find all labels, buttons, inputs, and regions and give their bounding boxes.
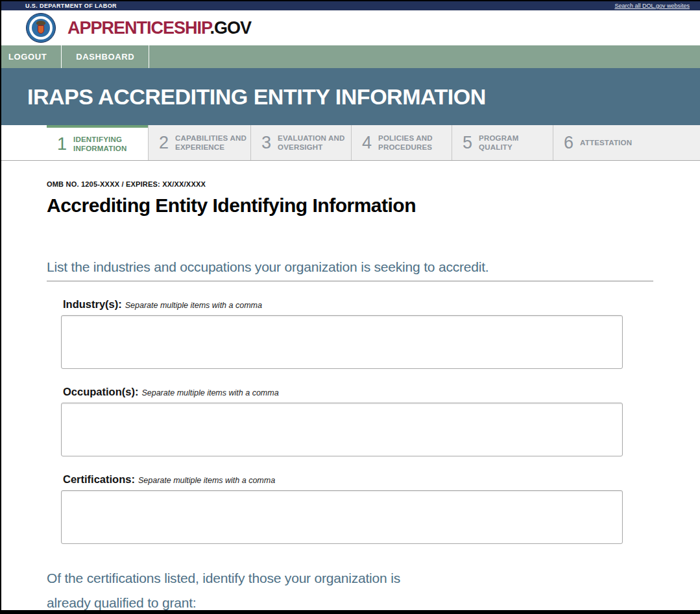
step-label: POLICIES AND PROCEDURES bbox=[378, 134, 442, 152]
dashboard-button[interactable]: DASHBOARD bbox=[62, 45, 149, 68]
logout-button[interactable]: LOGOUT bbox=[1, 45, 62, 68]
logo-band: APPRENTICESHIP.GOV bbox=[1, 10, 700, 45]
section-heading: List the industries and occupations your… bbox=[47, 259, 653, 275]
utility-nav: LOGOUT DASHBOARD bbox=[1, 45, 700, 68]
form-content: OMB NO. 1205-XXXX / EXPIRES: XX/XX/XXXX … bbox=[1, 161, 653, 614]
wordmark-primary: APPRENTICESHIP bbox=[67, 18, 210, 38]
step-number: 5 bbox=[463, 133, 472, 153]
step-label: PROGRAM QUALITY bbox=[479, 134, 525, 152]
occupation-input[interactable] bbox=[61, 403, 623, 456]
industry-field-group: Industry(s):Separate multiple items with… bbox=[61, 298, 653, 369]
step-tabs-spacer bbox=[1, 125, 47, 160]
page-header: IRAPS ACCREDITING ENTITY INFORMATION bbox=[1, 68, 700, 125]
certifications-field-group: Certifications:Separate multiple items w… bbox=[61, 473, 653, 544]
tab-capabilities-experience[interactable]: 2 CAPABILITIES AND EXPERIENCE bbox=[148, 125, 250, 160]
step-label: EVALUATION AND OVERSIGHT bbox=[278, 134, 350, 152]
tab-evaluation-oversight[interactable]: 3 EVALUATION AND OVERSIGHT bbox=[250, 125, 351, 160]
step-number: 6 bbox=[564, 133, 573, 153]
tab-policies-procedures[interactable]: 4 POLICIES AND PROCEDURES bbox=[351, 125, 452, 160]
step-number: 1 bbox=[57, 134, 67, 154]
step-tabs: 1 IDENTIFYING INFORMATION 2 CAPABILITIES… bbox=[1, 125, 700, 161]
step-label: ATTESTATION bbox=[580, 138, 632, 147]
tab-identifying-information[interactable]: 1 IDENTIFYING INFORMATION bbox=[47, 125, 148, 160]
step-number: 2 bbox=[159, 133, 169, 153]
occupation-hint: Separate multiple items with a comma bbox=[141, 388, 278, 397]
occupation-label: Occupation(s): bbox=[63, 386, 138, 397]
search-dol-link[interactable]: Search all DOL.gov websites bbox=[614, 3, 690, 9]
omb-number: OMB NO. 1205-XXXX / EXPIRES: XX/XX/XXXX bbox=[47, 180, 653, 188]
agency-name: U.S. DEPARTMENT OF LABOR bbox=[25, 3, 117, 9]
tab-attestation[interactable]: 6 ATTESTATION bbox=[553, 125, 700, 160]
step-number: 4 bbox=[362, 133, 372, 153]
industry-label: Industry(s): bbox=[63, 298, 122, 310]
certifications-label: Certifications: bbox=[63, 473, 135, 485]
tab-program-quality[interactable]: 5 PROGRAM QUALITY bbox=[452, 125, 553, 160]
shield-icon bbox=[38, 25, 44, 34]
wordmark-suffix: .GOV bbox=[210, 18, 252, 38]
form-title: Accrediting Entity Identifying Informati… bbox=[47, 195, 653, 217]
step-label: IDENTIFYING INFORMATION bbox=[73, 135, 135, 154]
industry-input[interactable] bbox=[61, 315, 623, 369]
occupation-field-group: Occupation(s):Separate multiple items wi… bbox=[61, 386, 653, 456]
dol-seal-icon bbox=[26, 13, 56, 43]
apprenticeship-gov-logo[interactable]: APPRENTICESHIP.GOV bbox=[67, 18, 251, 38]
certifications-input[interactable] bbox=[61, 490, 623, 544]
step-label: CAPABILITIES AND EXPERIENCE bbox=[175, 134, 250, 152]
followup-heading: Of the certifications listed, identify t… bbox=[47, 566, 436, 614]
eagle-icon bbox=[36, 21, 45, 25]
page-title: IRAPS ACCREDITING ENTITY INFORMATION bbox=[27, 84, 486, 110]
page: U.S. DEPARTMENT OF LABOR Search all DOL.… bbox=[0, 0, 700, 614]
section-divider bbox=[47, 281, 653, 281]
step-number: 3 bbox=[261, 133, 271, 153]
certifications-hint: Separate multiple items with a comma bbox=[138, 476, 275, 485]
industry-hint: Separate multiple items with a comma bbox=[125, 301, 262, 310]
dol-top-bar: U.S. DEPARTMENT OF LABOR Search all DOL.… bbox=[1, 1, 700, 10]
